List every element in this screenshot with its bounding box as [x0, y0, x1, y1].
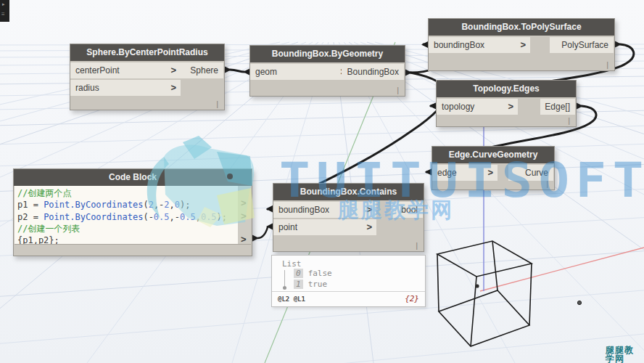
- preview-item-count: {2}: [405, 294, 419, 303]
- port-label: Edge[]: [545, 99, 570, 115]
- input-port-topology[interactable]: topology >: [437, 99, 518, 115]
- code-line: //创建一个列表: [17, 223, 238, 234]
- port-chevron-icon: >: [487, 165, 493, 181]
- node-boundingbox-contains[interactable]: BoundingBox.Contains boundingBox > point…: [273, 183, 424, 252]
- library-expand-icon[interactable]: ▸: [2, 1, 5, 7]
- input-port-centerpoint[interactable]: centerPoint >: [70, 62, 181, 78]
- port-chevron-icon: >: [170, 62, 176, 78]
- node-boundingbox-topolysurface[interactable]: BoundingBox.ToPolySurface boundingBox > …: [428, 18, 615, 71]
- preview-footer: @L2 @L1 {2}: [272, 291, 425, 306]
- lacing-indicator: |: [216, 99, 218, 108]
- output-port-p1[interactable]: >: [241, 197, 247, 208]
- port-label: BoundingBox: [347, 64, 399, 80]
- output-port-edges[interactable]: Edge[]: [540, 99, 575, 115]
- node-title[interactable]: BoundingBox.Contains: [273, 184, 424, 200]
- output-port-list[interactable]: >: [241, 234, 247, 245]
- port-label: Curve: [525, 165, 548, 181]
- output-port-boundingbox[interactable]: BoundingBox: [342, 64, 404, 80]
- node-title[interactable]: Sphere.ByCenterPointRadius: [70, 44, 224, 61]
- node-title[interactable]: Topology.Edges: [437, 81, 576, 97]
- node-title[interactable]: BoundingBox.ByGeometry: [250, 46, 405, 62]
- preview-tree-line: [284, 270, 285, 286]
- node-boundingbox-bygeometry[interactable]: BoundingBox.ByGeometry geom > BoundingBo…: [249, 45, 405, 97]
- port-label: point: [278, 219, 297, 235]
- port-chevron-icon: >: [366, 202, 372, 218]
- port-label: centerPoint: [75, 62, 120, 78]
- output-port-polysurface[interactable]: PolySurface: [550, 37, 614, 53]
- library-collapsed-bar[interactable]: ▸ ≡: [0, 0, 9, 22]
- output-port-bool[interactable]: bool: [391, 202, 423, 218]
- lacing-indicator: |: [397, 86, 399, 94]
- port-label: edge: [437, 165, 457, 181]
- input-port-point[interactable]: point >: [273, 219, 376, 235]
- preview-lacing-info: @L2 @L1: [278, 295, 305, 303]
- lacing-indicator: |: [546, 179, 548, 188]
- preview-value: false: [308, 269, 332, 278]
- preview-index-chip: 1: [294, 280, 303, 289]
- input-port-edge[interactable]: edge >: [432, 165, 498, 181]
- lacing-indicator: |: [416, 241, 418, 250]
- lacing-indicator: |: [568, 116, 570, 125]
- code-editor[interactable]: //创建两个点 p1 = Point.ByCoordinates(2,-2,0)…: [15, 186, 238, 245]
- node-topology-edges[interactable]: Topology.Edges topology > Edge[] |: [436, 80, 577, 127]
- node-code-block[interactable]: Code Block //创建两个点 p1 = Point.ByCoordina…: [13, 168, 252, 256]
- code-line: {p1,p2};: [17, 234, 238, 245]
- node-edge-curvegeometry[interactable]: Edge.CurveGeometry edge > Curve |: [432, 146, 555, 190]
- wire-codeblock-to-point[interactable]: [257, 227, 268, 238]
- node-sphere-bycenterpointradius[interactable]: Sphere.ByCenterPointRadius centerPoint >…: [70, 44, 225, 110]
- output-preview-bubble: List 0false 1true @L2 @L1 {2}: [271, 255, 426, 307]
- code-block-output-ports: > > >: [238, 186, 251, 245]
- port-label: radius: [75, 80, 99, 96]
- lacing-indicator: |: [606, 60, 608, 69]
- port-label: boundingBox: [434, 37, 484, 53]
- code-block-footer: [15, 244, 251, 255]
- port-label: topology: [442, 99, 474, 115]
- code-line: //创建两个点: [17, 187, 238, 199]
- preview-item: 0false: [294, 269, 332, 278]
- port-chevron-icon: >: [170, 80, 176, 96]
- node-title[interactable]: Code Block: [14, 169, 252, 186]
- port-label: geom: [255, 64, 277, 80]
- preview-tree-dot: [283, 286, 286, 290]
- port-label: bool: [401, 202, 418, 218]
- input-port-boundingbox[interactable]: boundingBox >: [429, 37, 530, 53]
- preview-item: 1true: [294, 280, 327, 289]
- input-port-geom[interactable]: geom >: [250, 64, 350, 80]
- output-port-sphere[interactable]: Sphere: [178, 62, 223, 78]
- preview-root-label[interactable]: List: [282, 259, 302, 269]
- port-chevron-icon: >: [508, 99, 513, 115]
- port-chevron-icon: >: [366, 219, 372, 235]
- wire-sphere-to-geom[interactable]: [230, 70, 244, 72]
- output-port-curve[interactable]: Curve: [508, 165, 553, 181]
- code-line: p1 = Point.ByCoordinates(2,-2,0);: [17, 199, 238, 211]
- port-label: Sphere: [190, 62, 218, 78]
- dynamo-workspace-canvas[interactable]: Sphere.ByCenterPointRadius centerPoint >…: [0, 0, 644, 363]
- node-title[interactable]: Edge.CurveGeometry: [432, 147, 554, 163]
- port-label: PolySurface: [561, 37, 608, 53]
- port-label: boundingBox: [278, 202, 329, 218]
- output-port-p2[interactable]: >: [241, 211, 247, 221]
- preview-index-chip: 0: [294, 269, 303, 278]
- port-chevron-icon: >: [520, 37, 526, 53]
- code-line: p2 = Point.ByCoordinates(-0.5,-0.5,0.5);: [17, 211, 238, 223]
- input-port-boundingbox[interactable]: boundingBox >: [273, 202, 376, 218]
- preview-value: true: [308, 280, 328, 289]
- input-port-radius[interactable]: radius >: [70, 80, 181, 96]
- library-menu-icon[interactable]: ≡: [1, 11, 5, 17]
- node-title[interactable]: BoundingBox.ToPolySurface: [429, 19, 614, 36]
